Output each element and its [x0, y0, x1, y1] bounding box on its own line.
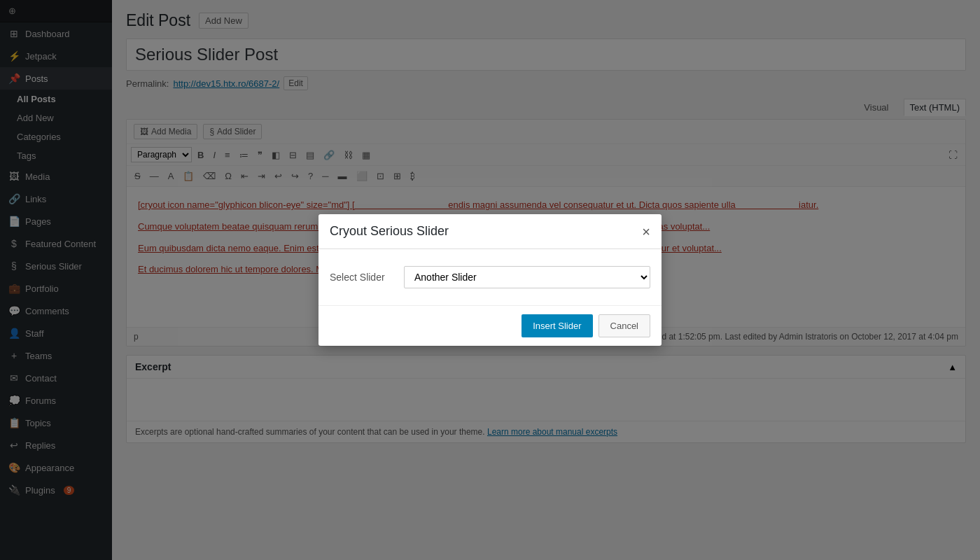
modal-body: Select Slider Another Slider — [318, 249, 662, 305]
select-slider-label: Select Slider — [330, 272, 393, 283]
slider-select[interactable]: Another Slider — [404, 266, 650, 288]
modal-header: Cryout Serious Slider × — [318, 214, 662, 249]
slider-modal: Cryout Serious Slider × Select Slider An… — [318, 214, 662, 346]
modal-overlay[interactable]: Cryout Serious Slider × Select Slider An… — [0, 0, 980, 560]
modal-footer: Insert Slider Cancel — [318, 305, 662, 346]
cancel-button[interactable]: Cancel — [598, 314, 650, 337]
modal-title: Cryout Serious Slider — [330, 224, 449, 239]
insert-slider-button[interactable]: Insert Slider — [522, 314, 592, 337]
modal-close-button[interactable]: × — [642, 225, 650, 239]
modal-field-row: Select Slider Another Slider — [330, 266, 650, 288]
